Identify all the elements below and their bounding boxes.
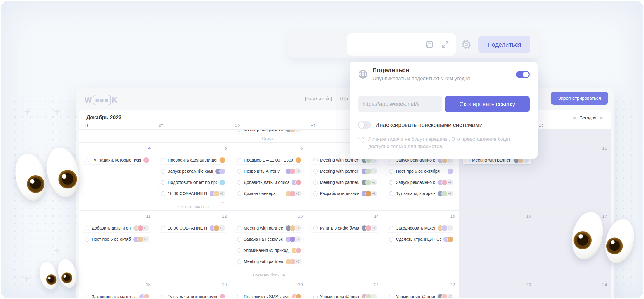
task-card[interactable]: Предмер 1 – 11.00 - 13.00 <box>234 156 303 164</box>
search-index-toggle[interactable] <box>358 121 371 129</box>
task-card[interactable]: Пост про 6 ое октября <box>386 167 455 176</box>
day-cell-19[interactable]: 19Тут задачи, которые нужно доу... <box>155 279 231 298</box>
task-checkbox[interactable] <box>313 226 318 230</box>
task-checkbox[interactable] <box>237 191 242 196</box>
task-card[interactable]: 10.00 СОБРАНИЕ ПО РЕЩУ...+6 <box>158 189 227 198</box>
show-more-link[interactable]: Показать больше <box>231 272 307 279</box>
day-cell-6[interactable]: 6Предмер 1 – 11.00 - 13.00Позвонить Анто… <box>231 143 307 210</box>
save-icon[interactable] <box>425 40 434 49</box>
task-card[interactable]: Упоминания @ приходят не т... <box>234 246 303 255</box>
task-checkbox[interactable] <box>85 295 89 299</box>
task-title: Предмер 1 – 11.00 - 13.00 <box>244 158 293 162</box>
task-card[interactable]: Запуск рекламнйо кампании... <box>158 167 227 176</box>
day-cell-5[interactable]: 5Провреить сделал ли денис ба...Запуск р… <box>155 143 231 210</box>
task-checkbox[interactable] <box>161 158 165 162</box>
publish-toggle[interactable] <box>516 71 530 78</box>
task-card[interactable]: Meeting with partners, signi...+1 <box>234 224 303 232</box>
task-checkbox[interactable] <box>237 169 242 174</box>
task-list <box>535 292 611 298</box>
day-cell-15[interactable]: 15Закодировать макет главно...+3Сделать … <box>383 211 459 279</box>
day-cell-23[interactable]: 23 <box>459 279 535 298</box>
task-card[interactable]: Разработать дизайн...+2 <box>311 189 379 198</box>
task-card[interactable]: Упоминания @ приходят не...+2 <box>386 292 455 298</box>
register-button[interactable]: Зарегистрироваться <box>551 92 608 105</box>
task-card[interactable]: Тут задачи, которые нужно доу... <box>82 156 151 164</box>
task-card[interactable]: 10.00 СОБРАНИЕ ПО РЕЩУ...+2 <box>158 224 227 232</box>
task-checkbox[interactable] <box>161 169 165 174</box>
task-checkbox[interactable] <box>237 248 242 253</box>
today-button[interactable]: Сегодня <box>580 115 597 120</box>
task-checkbox[interactable] <box>237 226 242 230</box>
day-cell-10[interactable]: 10 <box>535 143 611 210</box>
day-cell-24[interactable]: 24 <box>535 279 611 298</box>
prev-week-arrow-icon[interactable]: ◀ <box>573 115 576 120</box>
task-card[interactable]: Позвонить Антону+4 <box>234 167 303 176</box>
avatar-stack: +3 <box>133 225 149 231</box>
task-checkbox[interactable] <box>85 226 89 230</box>
task-checkbox[interactable] <box>389 180 393 185</box>
task-checkbox[interactable] <box>389 226 393 230</box>
task-checkbox[interactable] <box>313 158 318 162</box>
task-card[interactable]: Провреить сделал ли денис ба... <box>158 156 227 164</box>
task-card[interactable]: Упоминания @ приходят не...+4 <box>311 292 379 298</box>
task-card[interactable]: Подключить SMS уведомления <box>234 292 303 298</box>
task-card[interactable]: Тут задачи, которые...+6 <box>386 189 455 198</box>
task-checkbox[interactable] <box>389 295 393 299</box>
task-card[interactable]: Добавить даты и описания в... <box>234 178 303 187</box>
day-cell-22[interactable]: 22Упоминания @ приходят не...+2 <box>383 279 459 298</box>
expand-icon[interactable] <box>441 40 450 49</box>
task-checkbox[interactable] <box>161 180 165 185</box>
task-checkbox[interactable] <box>313 295 318 299</box>
task-checkbox[interactable] <box>85 158 89 162</box>
task-card[interactable]: Закодировать макет главной... <box>82 292 151 298</box>
task-card[interactable]: Добавить даты и описания...+3 <box>82 224 151 232</box>
task-checkbox[interactable] <box>237 295 242 299</box>
task-card[interactable]: Подготовить отчет по продажам <box>158 178 227 187</box>
task-card[interactable]: Пост про 6 ое октября+2 <box>82 235 151 244</box>
day-cell-21[interactable]: 21Упоминания @ приходят не...+4 <box>307 279 383 298</box>
day-cell-4[interactable]: 4Тут задачи, которые нужно доу... <box>79 143 155 210</box>
task-checkbox[interactable] <box>313 180 318 185</box>
day-cell-14[interactable]: 14Купить в оифс бумаги на м...+1 <box>307 211 383 279</box>
day-cell-16[interactable]: 16 <box>459 211 535 279</box>
task-checkbox[interactable] <box>237 130 242 132</box>
task-checkbox[interactable] <box>237 180 242 185</box>
day-cell-13[interactable]: 13Meeting with partners, signi...+1Задач… <box>231 211 307 279</box>
hide-link[interactable]: Скрыть <box>231 135 307 142</box>
next-week-arrow-icon[interactable]: ▶ <box>600 115 603 120</box>
task-card[interactable]: Задача на несколько испол...+2 <box>234 235 303 244</box>
task-card[interactable]: Купить в оифс бумаги на м...+1 <box>311 224 379 232</box>
task-checkbox[interactable] <box>161 295 165 299</box>
task-checkbox[interactable] <box>237 158 242 162</box>
task-card[interactable]: Сделать страницы - Создани... <box>386 235 455 244</box>
task-checkbox[interactable] <box>389 191 393 196</box>
task-card[interactable]: Meeting with partners,...+6 <box>311 178 379 187</box>
day-cell-20[interactable]: 20Подключить SMS уведомления <box>231 279 307 298</box>
day-cell-18[interactable]: 18Закодировать макет главной... <box>79 279 155 298</box>
task-card[interactable]: Тут задачи, которые нужно доу... <box>158 292 227 298</box>
task-checkbox[interactable] <box>313 169 318 174</box>
task-card[interactable]: Meeting with partners, signi...+6 <box>234 130 303 133</box>
task-checkbox[interactable] <box>237 259 242 264</box>
day-cell-11[interactable]: 11Добавить даты и описания...+3Пост про … <box>79 211 155 279</box>
day-number: 10 <box>535 145 611 152</box>
task-card[interactable]: Пост про 6 ое октября <box>158 200 227 203</box>
show-more-link[interactable]: Показать больше <box>155 203 231 210</box>
task-checkbox[interactable] <box>161 226 165 230</box>
task-checkbox[interactable] <box>313 191 318 196</box>
task-checkbox[interactable] <box>85 237 89 242</box>
share-link-input[interactable]: https://app.weeek.net/v <box>358 96 442 112</box>
task-card[interactable]: Закодировать макет главно...+3 <box>386 224 455 232</box>
day-cell-12[interactable]: 1210.00 СОБРАНИЕ ПО РЕЩУ...+2 <box>155 211 231 279</box>
task-checkbox[interactable] <box>161 191 165 196</box>
task-card[interactable]: Запуск рекламнйо ка...+6 <box>386 178 455 187</box>
share-button[interactable]: Поделиться <box>478 36 530 53</box>
settings-gear-icon[interactable] <box>461 39 472 50</box>
task-checkbox[interactable] <box>237 237 242 242</box>
task-checkbox[interactable] <box>389 169 393 174</box>
task-card[interactable]: Meeting with partners, signi...+6 <box>234 257 303 266</box>
task-card[interactable]: Дизайн баннера+3 <box>234 189 303 198</box>
task-checkbox[interactable] <box>389 237 393 242</box>
copy-link-button[interactable]: Скопировать ссылку <box>445 96 530 112</box>
task-card[interactable]: Meeting with partners,...+6 <box>311 167 379 176</box>
